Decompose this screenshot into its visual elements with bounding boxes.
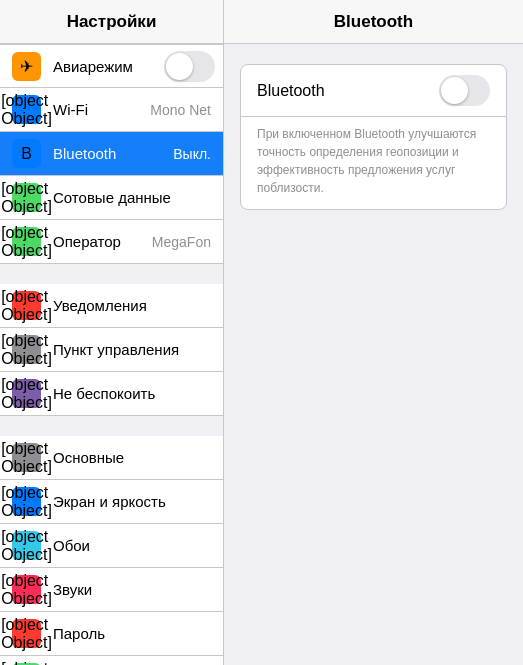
sidebar-item-passcode[interactable]: [object Object]Пароль (0, 612, 223, 656)
donotdisturb-icon: [object Object] (12, 379, 41, 408)
wifi-label: Wi-Fi (53, 101, 150, 118)
wallpaper-icon: [object Object] (12, 531, 41, 560)
display-label: Экран и яркость (53, 493, 215, 510)
general-label: Основные (53, 449, 215, 466)
general-icon: [object Object] (12, 443, 41, 472)
sidebar-item-cellular[interactable]: [object Object]Сотовые данные (0, 176, 223, 220)
bluetooth-section: Bluetooth При включенном Bluetooth улучш… (240, 64, 507, 210)
sidebar-item-carrier[interactable]: [object Object]ОператорMegaFon (0, 220, 223, 264)
bluetooth-icon: B (12, 139, 41, 168)
passcode-icon: [object Object] (12, 619, 41, 648)
bluetooth-header-title: Bluetooth (334, 12, 413, 32)
notifications-icon: [object Object] (12, 291, 41, 320)
sidebar-item-general[interactable]: [object Object]Основные (0, 436, 223, 480)
carrier-icon: [object Object] (12, 227, 41, 256)
carrier-label: Оператор (53, 233, 152, 250)
detail-panel: Bluetooth При включенном Bluetooth улучш… (224, 44, 523, 665)
carrier-value: MegaFon (152, 234, 211, 250)
display-icon: [object Object] (12, 487, 41, 516)
wifi-value: Mono Net (150, 102, 211, 118)
settings-sidebar: ✈Авиарежим[object Object]Wi-FiMono NetBB… (0, 44, 224, 665)
sidebar-item-controlcenter[interactable]: [object Object]Пункт управления (0, 328, 223, 372)
cellular-label: Сотовые данные (53, 189, 215, 206)
airplane-label: Авиарежим (53, 58, 160, 75)
wallpaper-label: Обои (53, 537, 215, 554)
controlcenter-label: Пункт управления (53, 341, 215, 358)
header-right: Bluetooth (224, 0, 523, 43)
sidebar-item-sounds[interactable]: [object Object]Звуки (0, 568, 223, 612)
airplane-toggle[interactable] (164, 51, 215, 82)
wifi-icon: [object Object] (12, 95, 41, 124)
sidebar-item-donotdisturb[interactable]: [object Object]Не беспокоить (0, 372, 223, 416)
airplane-icon: ✈ (12, 52, 41, 81)
passcode-label: Пароль (53, 625, 215, 642)
bluetooth-value: Выкл. (173, 146, 211, 162)
controlcenter-icon: [object Object] (12, 335, 41, 364)
bluetooth-label: Bluetooth (53, 145, 173, 162)
app-header: Настройки Bluetooth (0, 0, 523, 44)
bluetooth-description: При включенном Bluetooth улучшаются точн… (241, 117, 506, 209)
bluetooth-label: Bluetooth (257, 82, 435, 100)
sounds-icon: [object Object] (12, 575, 41, 604)
notifications-label: Уведомления (53, 297, 215, 314)
main-content: ✈Авиарежим[object Object]Wi-FiMono NetBB… (0, 44, 523, 665)
header-left: Настройки (0, 0, 224, 43)
bluetooth-toggle[interactable] (439, 75, 490, 106)
sidebar-item-display[interactable]: [object Object]Экран и яркость (0, 480, 223, 524)
sidebar-item-notifications[interactable]: [object Object]Уведомления (0, 284, 223, 328)
sidebar-item-airplane[interactable]: ✈Авиарежим (0, 44, 223, 88)
sidebar-item-wifi[interactable]: [object Object]Wi-FiMono Net (0, 88, 223, 132)
donotdisturb-label: Не беспокоить (53, 385, 215, 402)
sidebar-item-wallpaper[interactable]: [object Object]Обои (0, 524, 223, 568)
sounds-label: Звуки (53, 581, 215, 598)
cellular-icon: [object Object] (12, 183, 41, 212)
sidebar-item-bluetooth[interactable]: BBluetoothВыкл. (0, 132, 223, 176)
bluetooth-row: Bluetooth (241, 65, 506, 117)
settings-header-title: Настройки (67, 12, 157, 32)
sidebar-item-battery[interactable]: [object Object]Аккумулятор (0, 656, 223, 665)
